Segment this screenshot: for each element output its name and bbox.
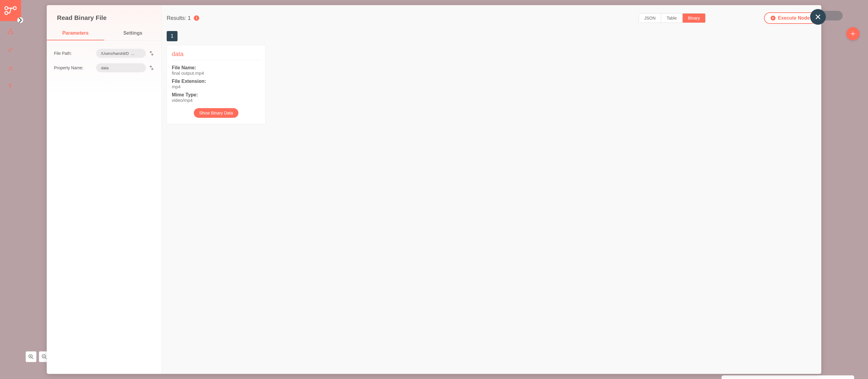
view-mode-toggle: JSON Table Binary <box>639 13 706 23</box>
execute-node-button[interactable]: Execute Node <box>764 12 816 24</box>
app-logo[interactable] <box>0 0 21 21</box>
file-ext-value: mp4 <box>172 84 260 89</box>
svg-rect-5 <box>12 33 13 34</box>
param-label-file-path: File Path: <box>54 51 94 56</box>
node-title: Read Binary File <box>47 5 161 27</box>
svg-rect-3 <box>10 29 11 30</box>
sidebar <box>0 0 21 379</box>
results-pane: Results: 1 i JSON Table Binary Execute N… <box>162 5 821 374</box>
view-binary-button[interactable]: Binary <box>682 13 706 23</box>
param-property-name: Property Name: <box>54 63 154 72</box>
property-name-input[interactable] <box>96 63 146 72</box>
svg-point-6 <box>8 50 11 52</box>
execute-label: Execute Node <box>778 15 810 21</box>
file-name-label: File Name: <box>172 65 260 70</box>
credentials-icon[interactable] <box>7 46 14 54</box>
svg-point-2 <box>13 7 16 10</box>
config-tabs: Parameters Settings <box>47 27 161 40</box>
results-header: Results: 1 i JSON Table Binary Execute N… <box>162 5 821 24</box>
param-label-property-name: Property Name: <box>54 65 94 70</box>
help-icon[interactable] <box>7 84 14 91</box>
show-binary-data-button[interactable]: Show Binary Data <box>194 108 239 118</box>
field-file-name: File Name: final output.mp4 <box>172 65 260 75</box>
results-count-text: Results: 1 <box>167 15 191 21</box>
gear-icon[interactable] <box>148 50 154 56</box>
play-icon <box>771 16 775 21</box>
canvas-zoom-controls <box>26 351 50 362</box>
parameters-body: File Path: Property Name: <box>47 40 161 81</box>
binary-property-title: data <box>172 51 260 60</box>
close-icon <box>814 13 822 21</box>
mime-label: Mime Type: <box>172 92 260 98</box>
view-json-button[interactable]: JSON <box>639 13 661 23</box>
node-config-modal: Read Binary File Parameters Settings Fil… <box>47 5 821 374</box>
config-left-pane: Read Binary File Parameters Settings Fil… <box>47 5 162 374</box>
executions-icon[interactable] <box>7 65 14 72</box>
tab-parameters[interactable]: Parameters <box>47 27 104 40</box>
binary-result-card: data File Name: final output.mp4 File Ex… <box>167 45 266 124</box>
info-icon[interactable]: i <box>194 15 199 21</box>
file-ext-label: File Extension: <box>172 78 260 84</box>
tab-settings[interactable]: Settings <box>104 27 162 40</box>
zoom-in-button[interactable] <box>26 351 36 362</box>
svg-point-1 <box>5 11 8 14</box>
sidebar-nav <box>7 28 14 91</box>
results-count-label: Results: 1 i <box>167 15 199 21</box>
close-modal-button[interactable] <box>810 9 826 25</box>
add-node-button[interactable] <box>846 27 860 40</box>
field-mime-type: Mime Type: video/mp4 <box>172 92 260 103</box>
param-file-path: File Path: <box>54 49 154 58</box>
bottom-panel-peek <box>721 375 854 379</box>
svg-point-0 <box>5 7 8 10</box>
file-name-value: final output.mp4 <box>172 70 260 75</box>
field-file-extension: File Extension: mp4 <box>172 78 260 89</box>
expand-sidebar-icon[interactable] <box>17 17 23 23</box>
workflows-icon[interactable] <box>7 28 14 35</box>
file-path-input[interactable] <box>96 49 146 58</box>
mime-value: video/mp4 <box>172 98 260 103</box>
gear-icon[interactable] <box>148 65 154 71</box>
result-index-chip[interactable]: 1 <box>167 31 178 41</box>
view-table-button[interactable]: Table <box>661 13 682 23</box>
svg-rect-4 <box>8 33 10 34</box>
